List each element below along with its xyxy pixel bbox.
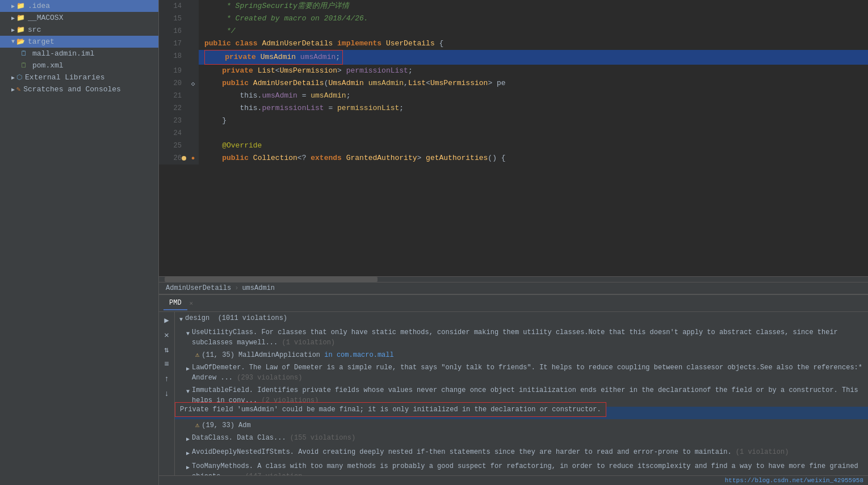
sidebar-item-idea[interactable]: ▶ 📁 .idea — [0, 0, 158, 12]
line-number-22: 22 — [159, 102, 187, 115]
expand-arrow-target: ▼ — [11, 39, 15, 45]
pmd-design-row[interactable]: ▼ design (1011 violations) — [175, 312, 868, 326]
expand-arrow-macosx: ▶ — [11, 15, 15, 22]
scratches-icon: ✎ — [16, 85, 20, 94]
line-number-21: 21 — [159, 90, 187, 102]
code-content-16[interactable]: */ — [199, 25, 868, 37]
code-line-25: 25 @Override — [159, 140, 868, 152]
pmd-data-class-row[interactable]: ▶ DataClass. Data Clas... (155 violation… — [175, 432, 868, 446]
pmd-too-many-methods-row[interactable]: ▶ TooManyMethods. A class with too many … — [175, 460, 868, 475]
sidebar-item-pom-xml[interactable]: 🗒 pom.xml — [0, 60, 158, 71]
expand-use-utility: ▼ — [186, 329, 190, 339]
code-line-18: 18 private UmsAdmin umsAdmin; — [159, 50, 868, 65]
pmd-tab[interactable]: PMD — [163, 297, 187, 310]
filter-button[interactable]: ≡ — [161, 359, 173, 370]
code-line-16: 16 */ — [159, 25, 868, 37]
gutter-24 — [187, 127, 199, 140]
code-content-20[interactable]: public AdminUserDetails(UmsAdmin umsAdmi… — [199, 77, 868, 90]
code-content-19[interactable]: private List<UmsPermission> permissionLi… — [199, 65, 868, 77]
pmd-use-utility-sub-1[interactable]: ⚠ (11, 35) MallAdminApplication in com.m… — [175, 349, 868, 361]
sidebar-label-src: src — [28, 26, 41, 34]
line-number-18: 18 — [159, 50, 187, 65]
sidebar-label-idea: .idea — [28, 2, 50, 10]
pmd-immutable-sub-2-text: (19, 33) Adm — [202, 420, 250, 431]
sidebar-item-src[interactable]: ▶ 📁 src — [0, 24, 158, 36]
warning-icon-immutable-2: ⚠ — [195, 420, 199, 431]
line-number-19: 19 — [159, 65, 187, 77]
url-bar: https://blog.csdn.net/weixin_42955958 — [159, 475, 868, 485]
code-editor: 14 * SpringSecurity需要的用户详情 15 * Created … — [159, 0, 868, 294]
breadcrumb: AdminUserDetails › umsAdmin — [159, 282, 868, 294]
sidebar-item-external-libs[interactable]: ▶ ⬡ External Libraries — [0, 71, 158, 83]
sidebar-label-pom-xml: pom.xml — [32, 61, 64, 70]
up-button[interactable]: ↑ — [161, 373, 173, 385]
code-line-24: 24 — [159, 127, 868, 140]
gutter-15 — [187, 12, 199, 25]
sort-button[interactable]: ⇅ — [161, 344, 173, 355]
line-number-25: 25 — [159, 140, 187, 152]
sidebar-label-target: target — [28, 37, 54, 46]
file-icon-iml: 🗒 — [20, 49, 27, 58]
pmd-use-utility-row[interactable]: ▼ UseUtilityClass. For classes that only… — [175, 326, 868, 349]
folder-icon-idea: 📁 — [16, 2, 25, 10]
line-number-20: 20 — [159, 77, 187, 90]
code-content-24[interactable] — [199, 127, 868, 140]
code-content-26[interactable]: public Collection<? extends GrantedAutho… — [199, 152, 868, 165]
pmd-law-demeter-row[interactable]: ▶ LawOfDemeter. The Law of Demeter is a … — [175, 361, 868, 384]
sidebar-label-scratches: Scratches and Consoles — [23, 85, 121, 94]
folder-icon-target: 📂 — [16, 37, 25, 46]
pmd-data-class-text: DataClass. Data Clas... (155 violations) — [192, 433, 355, 443]
gutter-16 — [187, 25, 199, 37]
code-line-22: 22 this.permissionList = permissionList; — [159, 102, 868, 115]
gutter-22 — [187, 102, 199, 115]
sidebar-item-mall-admin-iml[interactable]: 🗒 mall-admin.iml — [0, 48, 158, 60]
code-content-23[interactable]: } — [199, 115, 868, 127]
url-text: https://blog.csdn.net/weixin_42955958 — [725, 477, 863, 484]
gutter-14 — [187, 0, 199, 12]
panel-toolbar: ▶ ✕ ⇅ ≡ ↑ ↓ — [159, 312, 175, 475]
external-libs-icon: ⬡ — [16, 73, 22, 82]
code-content-15[interactable]: * Created by macro on 2018/4/26. — [199, 12, 868, 25]
breadcrumb-item-1[interactable]: AdminUserDetails — [166, 284, 231, 292]
pmd-avoid-deeply-text: AvoidDeeplyNestedIfStmts. Avoid creating… — [192, 447, 789, 457]
sidebar-item-macosx[interactable]: ▶ 📁 __MACOSX — [0, 12, 158, 24]
expand-law-demeter: ▶ — [186, 364, 190, 374]
sidebar-item-target[interactable]: ▼ 📂 target — [0, 36, 158, 48]
pmd-immutable-sub-2[interactable]: ⚠ (19, 33) Adm Private field 'umsAdmin' … — [175, 419, 868, 432]
pmd-avoid-deeply-row[interactable]: ▶ AvoidDeeplyNestedIfStmts. Avoid creati… — [175, 446, 868, 460]
run-button[interactable]: ▶ — [161, 314, 173, 326]
gutter-20: ◇ — [187, 77, 199, 90]
panel-close-button[interactable]: ✕ — [190, 300, 194, 307]
code-content-18[interactable]: private UmsAdmin umsAdmin; — [199, 50, 868, 65]
expand-design: ▼ — [179, 315, 183, 325]
gutter-21 — [187, 90, 199, 102]
pmd-design-label: design (1011 violations) — [185, 313, 287, 323]
down-button[interactable]: ↓ — [161, 388, 173, 399]
line-number-26: 26 — [159, 152, 187, 165]
breadcrumb-item-2[interactable]: umsAdmin — [242, 284, 275, 292]
warning-icon-use-utility-1: ⚠ — [195, 350, 199, 360]
stop-button[interactable]: ✕ — [161, 329, 173, 340]
code-line-17: 17 public class AdminUserDetails impleme… — [159, 37, 868, 50]
horizontal-scrollbar[interactable] — [159, 276, 868, 282]
pmd-tree: ▼ design (1011 violations) ▼ UseUtilityC… — [175, 312, 868, 475]
pmd-too-many-methods-text: TooManyMethods. A class with too many me… — [192, 461, 863, 475]
folder-icon-src: 📁 — [16, 26, 25, 34]
expand-arrow-external-libs: ▶ — [11, 74, 15, 81]
code-content-25[interactable]: @Override — [199, 140, 868, 152]
code-line-21: 21 this.umsAdmin = umsAdmin; — [159, 90, 868, 102]
pmd-law-demeter-text: LawOfDemeter. The Law of Demeter is a si… — [192, 362, 863, 383]
code-content-17[interactable]: public class AdminUserDetails implements… — [199, 37, 868, 50]
line-number-14: 14 — [159, 0, 187, 12]
sidebar-item-scratches[interactable]: ▶ ✎ Scratches and Consoles — [0, 83, 158, 95]
gutter-18 — [187, 50, 199, 65]
folder-icon-macosx: 📁 — [16, 14, 25, 22]
tooltip-box: Private field 'umsAdmin' could be made f… — [175, 402, 606, 417]
code-content-14[interactable]: * SpringSecurity需要的用户详情 — [199, 0, 868, 12]
gutter-17 — [187, 37, 199, 50]
expand-arrow-scratches: ▶ — [11, 86, 15, 93]
code-content-22[interactable]: this.permissionList = permissionList; — [199, 102, 868, 115]
code-line-19: 19 private List<UmsPermission> permissio… — [159, 65, 868, 77]
gutter-23 — [187, 115, 199, 127]
code-content-21[interactable]: this.umsAdmin = umsAdmin; — [199, 90, 868, 102]
